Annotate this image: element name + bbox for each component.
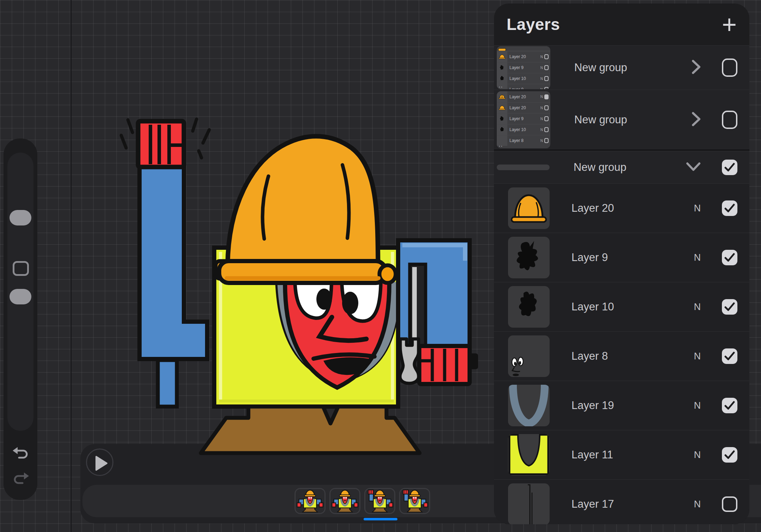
- brush-opacity-slider-thumb[interactable]: [10, 289, 31, 304]
- mini-hard-hat-icon: [499, 54, 506, 59]
- chevron-right-icon[interactable]: [692, 112, 701, 128]
- undo-icon: [12, 446, 30, 462]
- frame-thumbnail-3[interactable]: [364, 488, 395, 514]
- layer-row[interactable]: Layer 8 N: [494, 331, 749, 381]
- layer-visibility-checkbox[interactable]: [722, 200, 737, 216]
- layer-visibility-checkbox[interactable]: [722, 447, 737, 463]
- group-name[interactable]: New group: [574, 113, 627, 126]
- add-layer-button[interactable]: +: [722, 14, 737, 35]
- wrench-arm: [398, 240, 478, 384]
- layer-name[interactable]: Layer 20: [571, 202, 614, 215]
- pants: [201, 407, 420, 453]
- frame-1-worker-arms-down: [296, 489, 324, 513]
- layer-name[interactable]: Layer 8: [571, 350, 608, 363]
- group-preview-bar: [497, 165, 550, 170]
- layers-panel-title: Layers: [507, 15, 560, 34]
- group-name[interactable]: New group: [574, 61, 627, 74]
- layer-group-row[interactable]: Layer 20N Layer 20N Layer 9N Layer 10N L…: [494, 89, 749, 149]
- layer-visibility-checkbox[interactable]: [722, 348, 737, 364]
- mini-blob-icon: [499, 75, 505, 82]
- frame-4-worker-arm-raised: [400, 489, 429, 513]
- frame-thumbnail-2[interactable]: [329, 488, 360, 514]
- group-visibility-checkbox[interactable]: [722, 160, 737, 175]
- layer-visibility-checkbox[interactable]: [722, 398, 737, 413]
- check-icon: [724, 401, 735, 410]
- mini-blob-icon: [499, 126, 505, 133]
- brush-size-slider-thumb[interactable]: [10, 210, 31, 225]
- mini-visibility-checkbox: [544, 65, 549, 70]
- redo-icon: [12, 471, 30, 487]
- layer-name[interactable]: Layer 10: [571, 301, 614, 313]
- mini-visibility-checkbox: [544, 76, 549, 81]
- layer-row[interactable]: Layer 17 N: [494, 479, 749, 524]
- layer-row[interactable]: Layer 10 N: [494, 282, 749, 331]
- layer-name[interactable]: Layer 17: [571, 498, 614, 511]
- layer-row[interactable]: Layer 11 N: [494, 430, 749, 479]
- mini-hard-hat-icon: [499, 94, 506, 99]
- blend-mode-button[interactable]: N: [694, 450, 701, 460]
- group-preview-thumbnail: Layer 20N Layer 9N Layer 10N Layer 8N ..: [497, 46, 550, 89]
- blend-mode-button[interactable]: N: [694, 302, 701, 313]
- layer-name[interactable]: Layer 9: [571, 251, 608, 264]
- check-icon: [724, 352, 735, 361]
- layer-name[interactable]: Layer 11: [571, 449, 613, 461]
- modify-button[interactable]: [13, 261, 29, 276]
- app-window: Layers + Layer 20N Layer 9N Layer 10N La…: [0, 0, 761, 532]
- mini-visibility-checkbox: [544, 87, 549, 89]
- layer-row[interactable]: Layer 9 N: [494, 233, 749, 282]
- blend-mode-button[interactable]: N: [694, 203, 701, 214]
- layers-panel-header: Layers +: [494, 4, 749, 45]
- blend-mode-button[interactable]: N: [694, 252, 701, 263]
- layer-thumbnail-yellow-vest[interactable]: [508, 434, 550, 476]
- frame-3-worker-arm-raised: [365, 489, 394, 513]
- layer-visibility-checkbox[interactable]: [722, 299, 737, 315]
- mini-scribble-icon: [499, 64, 505, 71]
- canvas-page-edge: [70, 0, 72, 532]
- mini-visibility-checkbox: [544, 116, 549, 121]
- canvas-artwork-construction-worker[interactable]: [116, 106, 493, 458]
- layer-thumbnail-face-features[interactable]: [508, 335, 550, 377]
- layer-thumbnail-gray-collar[interactable]: [508, 385, 550, 426]
- play-icon: [95, 456, 107, 471]
- check-icon: [724, 204, 735, 213]
- mini-scribble-icon: [499, 116, 505, 122]
- mini-hard-hat-icon: [499, 105, 506, 110]
- blend-mode-button[interactable]: N: [694, 351, 701, 362]
- check-icon: [724, 253, 735, 262]
- layer-thumbnail-black-blob[interactable]: [508, 286, 550, 328]
- wrench-icon: [400, 339, 419, 383]
- group-visibility-checkbox[interactable]: [722, 111, 737, 129]
- layer-group-row[interactable]: Layer 20N Layer 9N Layer 10N Layer 8N ..…: [494, 45, 749, 89]
- redo-button[interactable]: [12, 471, 30, 487]
- layer-row[interactable]: Layer 20 N: [494, 183, 749, 233]
- hard-hat: [216, 136, 396, 283]
- mini-visibility-checkbox: [544, 127, 549, 132]
- brush-sidebar: [4, 138, 37, 500]
- chevron-down-icon[interactable]: [686, 162, 701, 173]
- group-visibility-checkbox[interactable]: [722, 58, 737, 77]
- layer-thumbnail-black-scribble[interactable]: [508, 237, 550, 278]
- mini-visibility-checkbox: [544, 54, 549, 59]
- play-button[interactable]: [86, 449, 113, 476]
- blend-mode-button[interactable]: N: [694, 499, 701, 510]
- undo-button[interactable]: [12, 446, 30, 462]
- brush-opacity-slider[interactable]: [7, 286, 33, 431]
- mini-visibility-checkbox: [544, 105, 549, 110]
- active-frame-indicator[interactable]: [364, 518, 397, 520]
- layer-visibility-checkbox[interactable]: [722, 250, 737, 265]
- check-icon: [724, 302, 735, 311]
- chevron-right-icon[interactable]: [692, 60, 701, 76]
- layer-row[interactable]: Layer 19 N: [494, 381, 749, 430]
- layer-group-row-expanded[interactable]: New group: [494, 151, 749, 183]
- layers-panel: Layers + Layer 20N Layer 9N Layer 10N La…: [494, 4, 749, 524]
- layer-thumbnail-hard-hat[interactable]: [508, 187, 550, 229]
- frame-thumbnail-4[interactable]: [399, 488, 430, 514]
- blend-mode-button[interactable]: N: [694, 400, 701, 411]
- frame-2-worker-arms-down: [330, 489, 359, 513]
- layer-thumbnail-vertical-lines[interactable]: [508, 483, 550, 524]
- raised-arm: [138, 121, 207, 407]
- layer-name[interactable]: Layer 19: [571, 399, 614, 412]
- layer-visibility-checkbox[interactable]: [722, 496, 737, 512]
- group-name[interactable]: New group: [574, 161, 626, 174]
- frame-thumbnail-1[interactable]: [295, 488, 326, 514]
